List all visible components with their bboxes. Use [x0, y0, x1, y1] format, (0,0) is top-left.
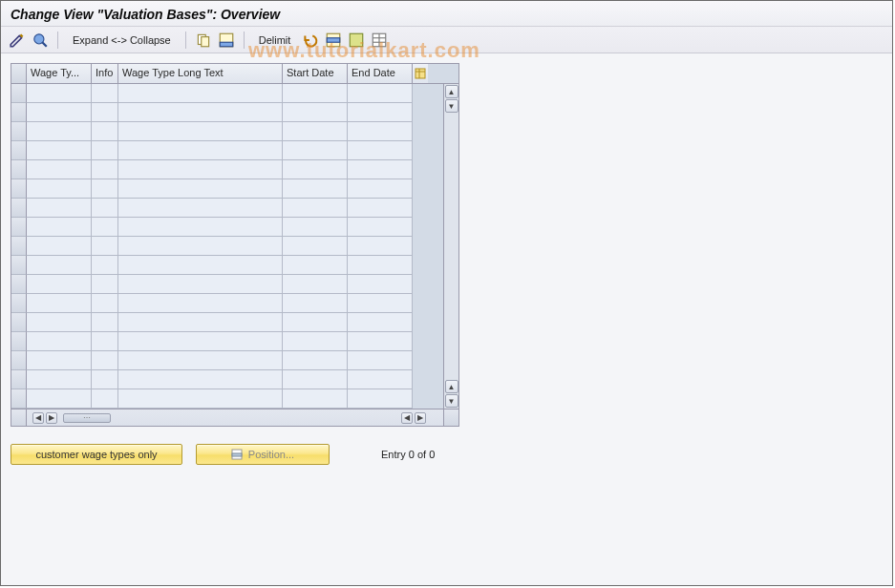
table-cell[interactable]: [92, 141, 118, 160]
table-cell[interactable]: [92, 275, 118, 294]
delimit-button[interactable]: Delimit: [253, 32, 297, 48]
table-cell[interactable]: [92, 218, 118, 237]
table-cell[interactable]: [118, 160, 283, 179]
table-cell[interactable]: [27, 179, 92, 199]
column-header-start-date[interactable]: Start Date: [283, 64, 348, 83]
column-header-wage-type[interactable]: Wage Ty...: [27, 64, 92, 83]
table-cell[interactable]: [27, 237, 92, 256]
column-header-long-text[interactable]: Wage Type Long Text: [118, 64, 283, 83]
row-selector[interactable]: [11, 370, 27, 389]
table-cell[interactable]: [27, 332, 92, 351]
table-cell[interactable]: [92, 237, 118, 256]
row-selector[interactable]: [11, 275, 27, 294]
row-selector-header[interactable]: [11, 64, 27, 83]
column-header-end-date[interactable]: End Date: [348, 64, 413, 83]
table-cell[interactable]: [27, 160, 92, 179]
row-selector[interactable]: [11, 256, 27, 275]
row-selector[interactable]: [11, 351, 27, 370]
table-cell[interactable]: [27, 294, 92, 313]
table-config-icon[interactable]: [413, 64, 428, 83]
table-cell[interactable]: [348, 389, 413, 409]
row-selector[interactable]: [11, 389, 27, 409]
vertical-scrollbar[interactable]: ▲ ▼ ▲ ▼: [443, 84, 458, 409]
table-cell[interactable]: [118, 351, 283, 370]
table-cell[interactable]: [348, 103, 413, 122]
deselect-all-icon[interactable]: [348, 32, 365, 49]
table-cell[interactable]: [283, 351, 348, 370]
table-cell[interactable]: [118, 179, 283, 199]
expand-collapse-button[interactable]: Expand <-> Collapse: [67, 32, 177, 48]
table-cell[interactable]: [92, 160, 118, 179]
table-cell[interactable]: [118, 389, 283, 409]
scroll-down-step-icon[interactable]: ▼: [445, 99, 458, 113]
table-settings-icon[interactable]: [371, 32, 388, 49]
table-cell[interactable]: [92, 199, 118, 218]
table-cell[interactable]: [118, 313, 283, 332]
row-selector[interactable]: [11, 103, 27, 122]
table-cell[interactable]: [283, 389, 348, 409]
table-cell[interactable]: [27, 389, 92, 409]
table-cell[interactable]: [27, 141, 92, 160]
table-cell[interactable]: [27, 199, 92, 218]
table-cell[interactable]: [118, 122, 283, 141]
table-cell[interactable]: [348, 351, 413, 370]
table-cell[interactable]: [92, 84, 118, 103]
table-cell[interactable]: [283, 179, 348, 199]
table-cell[interactable]: [118, 218, 283, 237]
table-cell[interactable]: [118, 199, 283, 218]
table-cell[interactable]: [348, 313, 413, 332]
table-cell[interactable]: [92, 370, 118, 389]
table-cell[interactable]: [348, 256, 413, 275]
table-cell[interactable]: [27, 218, 92, 237]
copy-icon[interactable]: [195, 32, 212, 49]
table-cell[interactable]: [348, 141, 413, 160]
row-selector[interactable]: [11, 237, 27, 256]
select-block-icon[interactable]: [325, 32, 342, 49]
table-cell[interactable]: [283, 218, 348, 237]
table-cell[interactable]: [283, 332, 348, 351]
table-cell[interactable]: [27, 275, 92, 294]
table-cell[interactable]: [283, 84, 348, 103]
horizontal-scrollbar[interactable]: ◀ ▶ ⋯ ◀ ▶: [11, 409, 458, 426]
table-cell[interactable]: [283, 256, 348, 275]
table-cell[interactable]: [27, 122, 92, 141]
table-cell[interactable]: [283, 294, 348, 313]
table-cell[interactable]: [92, 256, 118, 275]
details-icon[interactable]: [32, 32, 49, 49]
table-cell[interactable]: [118, 370, 283, 389]
table-cell[interactable]: [118, 84, 283, 103]
table-cell[interactable]: [92, 389, 118, 409]
row-selector[interactable]: [11, 122, 27, 141]
table-cell[interactable]: [348, 179, 413, 199]
table-cell[interactable]: [348, 218, 413, 237]
row-selector[interactable]: [11, 141, 27, 160]
change-icon[interactable]: [9, 32, 26, 49]
table-cell[interactable]: [118, 141, 283, 160]
column-header-info[interactable]: Info: [92, 64, 118, 83]
table-cell[interactable]: [348, 84, 413, 103]
row-selector[interactable]: [11, 294, 27, 313]
table-cell[interactable]: [92, 294, 118, 313]
row-selector[interactable]: [11, 199, 27, 218]
table-cell[interactable]: [283, 141, 348, 160]
table-cell[interactable]: [118, 294, 283, 313]
select-all-icon[interactable]: [218, 32, 235, 49]
table-cell[interactable]: [92, 351, 118, 370]
table-cell[interactable]: [27, 313, 92, 332]
table-cell[interactable]: [283, 199, 348, 218]
table-cell[interactable]: [92, 103, 118, 122]
scroll-thumb[interactable]: ⋯: [63, 413, 111, 423]
table-cell[interactable]: [27, 84, 92, 103]
table-cell[interactable]: [118, 256, 283, 275]
table-cell[interactable]: [348, 370, 413, 389]
table-cell[interactable]: [118, 332, 283, 351]
table-cell[interactable]: [283, 370, 348, 389]
table-cell[interactable]: [348, 237, 413, 256]
table-cell[interactable]: [348, 294, 413, 313]
table-cell[interactable]: [283, 122, 348, 141]
scroll-left-icon[interactable]: ◀: [32, 412, 44, 424]
table-cell[interactable]: [118, 103, 283, 122]
scroll-down-icon[interactable]: ▼: [445, 394, 458, 408]
position-button[interactable]: Position...: [196, 444, 330, 465]
row-selector[interactable]: [11, 160, 27, 179]
